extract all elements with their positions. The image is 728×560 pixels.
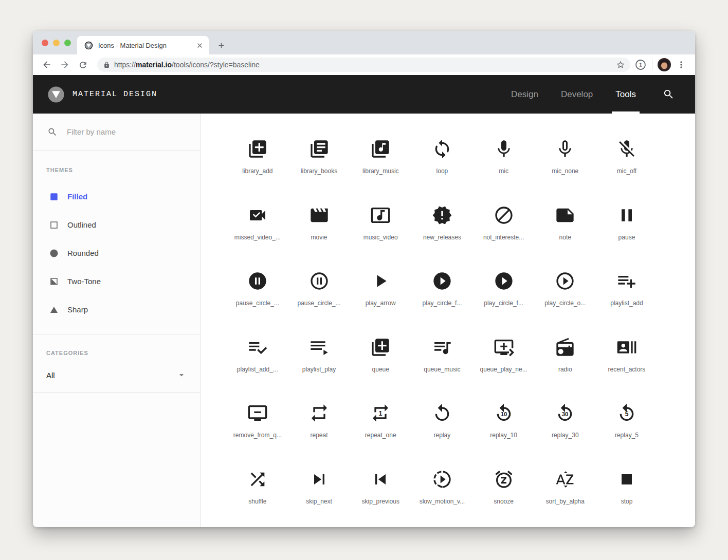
icon-cell-movie[interactable]: movie [288, 195, 350, 261]
icon-label: replay [434, 432, 451, 439]
icon-cell-replay_5[interactable]: 5 replay_5 [596, 393, 658, 459]
minimize-window-button[interactable] [53, 40, 60, 46]
icon-cell-queue_play_next[interactable]: queue_play_ne... [473, 327, 535, 393]
browser-window: Icons - Material Design https://material… [33, 31, 695, 527]
nav-develop[interactable]: Develop [561, 75, 593, 114]
new_releases-icon [432, 205, 452, 226]
play_arrow-icon [370, 271, 391, 291]
icon-label: library_add [242, 167, 272, 175]
category-dropdown[interactable]: All [46, 366, 187, 384]
playlist_add_check-icon [247, 337, 268, 358]
icon-cell-play_circle_outline[interactable]: play_circle_o... [534, 260, 596, 327]
forward-button[interactable] [57, 57, 72, 72]
icon-cell-library_add[interactable]: library_add [227, 128, 288, 195]
icon-cell-replay_30[interactable]: 30 replay_30 [534, 393, 596, 459]
browser-tab[interactable]: Icons - Material Design [77, 36, 209, 54]
icon-cell-slow_motion_video[interactable]: slow_motion_v... [411, 459, 473, 525]
theme-item-rounded[interactable]: Rounded [33, 239, 200, 267]
icon-cell-play_arrow[interactable]: play_arrow [350, 260, 411, 327]
replay_30-icon: 30 [555, 403, 575, 423]
icon-cell-skip_previous[interactable]: skip_previous [350, 459, 411, 525]
icon-cell-mic_off[interactable]: mic_off [596, 128, 658, 195]
icon-cell-playlist_play[interactable]: playlist_play [288, 327, 350, 393]
nav-design[interactable]: Design [511, 75, 538, 114]
tab-title: Icons - Material Design [98, 42, 196, 49]
icon-cell-new_releases[interactable]: new_releases [411, 195, 473, 261]
play_circle_filled_white-icon [494, 271, 514, 291]
icon-label: snooze [494, 498, 514, 505]
close-window-button[interactable] [42, 40, 48, 46]
reload-button[interactable] [75, 57, 90, 72]
site-nav: Design Develop Tools [488, 75, 675, 114]
icon-cell-queue_music[interactable]: queue_music [411, 327, 473, 393]
missed_video_call-icon [247, 205, 268, 226]
extension-1password-icon[interactable]: 1 [634, 59, 647, 71]
icon-cell-mic_none[interactable]: mic_none [534, 128, 596, 195]
mic_off-icon [616, 139, 637, 159]
icon-cell-library_music[interactable]: library_music [350, 128, 411, 195]
bookmark-star-icon[interactable] [616, 60, 625, 69]
close-tab-icon[interactable] [196, 42, 204, 49]
icon-cell-remove_from_queue[interactable]: remove_from_q... [227, 393, 288, 459]
icon-cell-note[interactable]: note [534, 195, 596, 261]
library_music-icon [370, 139, 391, 159]
icon-label: play_circle_f... [484, 300, 523, 307]
header-search-button[interactable] [663, 88, 675, 100]
theme-item-outlined[interactable]: Outlined [33, 211, 200, 239]
icon-cell-pause_circle_outline[interactable]: pause_circle_... [288, 260, 350, 327]
brand[interactable]: MATERIAL DESIGN [47, 86, 157, 103]
kebab-menu-icon[interactable] [676, 60, 686, 70]
lock-icon [103, 62, 110, 68]
pause-icon [616, 205, 637, 226]
filter-box[interactable] [33, 114, 200, 151]
material-design-logo [47, 86, 65, 103]
icon-cell-radio[interactable]: radio [534, 327, 596, 393]
icon-cell-play_circle_filled[interactable]: play_circle_f... [411, 260, 473, 327]
toolbar-right: 1 [634, 58, 686, 71]
theme-list: Filled Outlined Rounded Two-Tone Sharp [33, 182, 200, 324]
icon-cell-pause_circle_filled[interactable]: pause_circle_... [227, 260, 288, 327]
icon-cell-library_books[interactable]: library_books [288, 128, 350, 195]
icon-label: loop [436, 167, 448, 175]
sharp-triangle-icon [49, 305, 59, 314]
filter-input[interactable] [67, 127, 185, 136]
icon-cell-replay[interactable]: replay [411, 393, 473, 459]
icon-cell-repeat[interactable]: repeat [288, 393, 350, 459]
icon-cell-not_interested[interactable]: not_intereste... [473, 195, 535, 261]
plus-icon [217, 41, 226, 50]
icon-cell-shuffle[interactable]: shuffle [227, 459, 288, 525]
icon-cell-mic[interactable]: mic [473, 128, 535, 195]
theme-item-filled[interactable]: Filled [33, 182, 200, 211]
nav-tools[interactable]: Tools [615, 75, 636, 114]
queue_play_next-icon [494, 337, 514, 358]
theme-item-two-tone[interactable]: Two-Tone [33, 267, 200, 295]
icon-cell-music_video[interactable]: music_video [350, 195, 411, 261]
icon-cell-playlist_add[interactable]: playlist_add [596, 260, 658, 327]
mic-icon [494, 139, 514, 159]
queue_music-icon [432, 337, 452, 358]
icon-cell-repeat_one[interactable]: 1 repeat_one [350, 393, 411, 459]
icon-label: skip_previous [362, 498, 399, 505]
icon-cell-play_circle_filled_white[interactable]: play_circle_f... [473, 260, 535, 327]
icon-cell-pause[interactable]: pause [596, 195, 658, 261]
icon-cell-replay_10[interactable]: 10 replay_10 [473, 393, 535, 459]
icon-cell-missed_video_call[interactable]: missed_video_... [227, 195, 288, 261]
icon-cell-skip_next[interactable]: skip_next [288, 459, 350, 525]
url-bar[interactable]: https://material.io/tools/icons/?style=b… [97, 58, 630, 72]
back-button[interactable] [39, 57, 54, 72]
theme-label: Two-Tone [67, 277, 101, 286]
icon-cell-queue[interactable]: queue [350, 327, 411, 393]
icon-cell-snooze[interactable]: snooze [473, 459, 535, 525]
icon-label: skip_next [306, 498, 332, 505]
page-content: THEMES Filled Outlined Rounded Two-Tone … [33, 114, 695, 527]
icon-cell-stop[interactable]: stop [596, 459, 658, 525]
icon-cell-loop[interactable]: loop [411, 128, 473, 195]
icon-cell-playlist_add_check[interactable]: playlist_add_... [227, 327, 288, 393]
new-tab-button[interactable] [214, 38, 228, 52]
theme-label: Rounded [67, 249, 99, 257]
profile-avatar[interactable] [658, 58, 671, 71]
icon-cell-recent_actors[interactable]: recent_actors [596, 327, 658, 393]
zoom-window-button[interactable] [64, 40, 71, 46]
icon-cell-sort_by_alpha[interactable]: sort_by_alpha [534, 459, 596, 525]
theme-item-sharp[interactable]: Sharp [33, 295, 200, 324]
